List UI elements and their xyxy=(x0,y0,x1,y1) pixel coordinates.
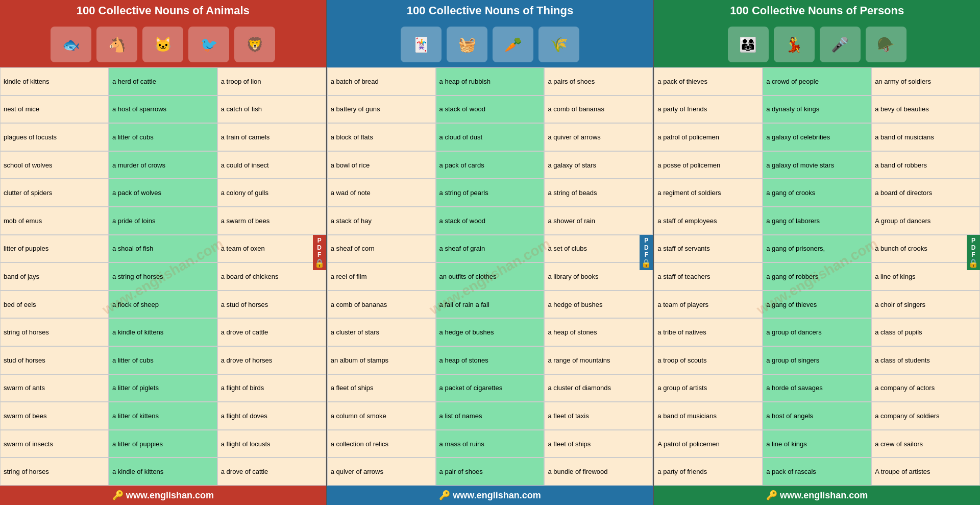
table-cell: a packet of cigarettes xyxy=(436,374,545,402)
table-cell: a flock of sheep xyxy=(109,291,217,319)
table-cell: a patrol of policemen xyxy=(654,123,763,151)
table-cell: a troop of scouts xyxy=(654,346,763,374)
table-cell: a crew of sailors xyxy=(871,430,980,458)
table-cell: clutter of spiders xyxy=(0,179,109,207)
table-cell: a staff of employees xyxy=(654,207,763,235)
table-cell: a board of chickens xyxy=(217,262,326,291)
pdf-badge[interactable]: PDF🔒 xyxy=(313,235,326,270)
table-cell: a colony of gulls xyxy=(217,179,326,207)
panel-things: 100 Collective Nouns of Things🃏🧺🥕🌾www.en… xyxy=(327,0,653,505)
table-cell: a wad of note xyxy=(327,179,436,207)
decorative-image: 🧺 xyxy=(447,27,487,62)
table-cell: a drove of cattle xyxy=(217,318,326,346)
table-cell: a galaxy of celebrities xyxy=(763,123,871,151)
table-cell: a horde of savages xyxy=(763,374,871,402)
table-cell: nest of mice xyxy=(0,95,109,124)
table-cell: a drove of horses xyxy=(217,346,326,374)
table-cell: a list of names xyxy=(436,402,545,430)
table-cell: a party of friends xyxy=(654,95,763,124)
table-cell: a flight of locusts xyxy=(217,430,326,458)
table-cell: a cluster of diamonds xyxy=(544,374,653,402)
table-cell: a team of oxen xyxy=(217,235,326,263)
table-cell: a train of camels xyxy=(217,123,326,151)
table-cell: a batch of bread xyxy=(327,67,436,95)
table-cell: a pride of loins xyxy=(109,207,217,235)
table-cell: a bowl of rice xyxy=(327,151,436,179)
table-cell: a string of beads xyxy=(544,179,653,207)
table-cell: a party of friends xyxy=(654,458,763,486)
table-cell: a library of books xyxy=(544,262,653,291)
table-cell: swarm of bees xyxy=(0,402,109,430)
table-cell: kindle of kittens xyxy=(0,67,109,95)
table-cell: swarm of ants xyxy=(0,374,109,402)
pdf-badge[interactable]: PDF🔒 xyxy=(640,235,653,270)
decorative-image: 🐱 xyxy=(142,27,183,62)
pdf-badge[interactable]: PDF🔒 xyxy=(967,235,980,270)
table-cell: a company of soldiers xyxy=(871,402,980,430)
decorative-image: 🦁 xyxy=(234,27,275,62)
table-cell: a tribe of natives xyxy=(654,318,763,346)
table-cell: A group of dancers xyxy=(871,207,980,235)
table-cell: a gang of crooks xyxy=(763,179,871,207)
table-cell: a galaxy of stars xyxy=(544,151,653,179)
things-col-2: a pairs of shoesa comb of bananasa quive… xyxy=(544,67,653,486)
animals-table: www.englishan.comkindle of kittensnest o… xyxy=(0,67,326,486)
table-cell: a litter of cubs xyxy=(109,123,217,151)
things-header: 100 Collective Nouns of Things xyxy=(327,0,653,21)
table-cell: a litter of kittens xyxy=(109,402,217,430)
table-cell: a block of flats xyxy=(327,123,436,151)
panel-animals: 100 Collective Nouns of Animals🐟🐴🐱🐦🦁www.… xyxy=(0,0,326,505)
table-cell: a shoal of fish xyxy=(109,235,217,263)
table-cell: a host of sparrows xyxy=(109,95,217,124)
table-cell: a pack of cards xyxy=(436,151,545,179)
decorative-image: 🎤 xyxy=(820,27,861,62)
table-cell: a regiment of soldiers xyxy=(654,179,763,207)
table-cell: a staff of teachers xyxy=(654,262,763,291)
table-cell: a range of mountains xyxy=(544,346,653,374)
table-cell: a heap of stones xyxy=(436,346,545,374)
animals-col-2: a troop of liona catch of fisha train of… xyxy=(217,67,326,486)
animals-footer: 🔑 www.englishan.com xyxy=(0,486,326,505)
table-cell: a staff of servants xyxy=(654,235,763,263)
table-cell: a bundle of firewood xyxy=(544,458,653,486)
table-cell: a pack of rascals xyxy=(763,458,871,486)
table-cell: a fall of rain a fall xyxy=(436,291,545,319)
table-cell: a heap of stones xyxy=(544,318,653,346)
table-cell: bed of eels xyxy=(0,291,109,319)
table-cell: a gang of laborers xyxy=(763,207,871,235)
table-cell: a quiver of arrows xyxy=(327,458,436,486)
things-col-0: a batch of breada battery of gunsa block… xyxy=(327,67,436,486)
decorative-image: 🐴 xyxy=(96,27,137,62)
table-cell: a hedge of bushes xyxy=(544,291,653,319)
table-cell: a litter of cubs xyxy=(109,346,217,374)
things-table: www.englishan.coma batch of breada batte… xyxy=(327,67,653,486)
table-cell: string of horses xyxy=(0,458,109,486)
table-cell: a team of players xyxy=(654,291,763,319)
table-cell: a collection of relics xyxy=(327,430,436,458)
table-cell: a fleet of ships xyxy=(327,374,436,402)
table-cell: a stack of hay xyxy=(327,207,436,235)
persons-col-0: a pack of thievesa party of friendsa pat… xyxy=(654,67,763,486)
table-cell: a fleet of taxis xyxy=(544,402,653,430)
table-cell: litter of puppies xyxy=(0,235,109,263)
decorative-image: 🐦 xyxy=(188,27,229,62)
table-cell: a board of directors xyxy=(871,179,980,207)
table-cell: a class of students xyxy=(871,346,980,374)
table-cell: a company of actors xyxy=(871,374,980,402)
persons-footer: 🔑 www.englishan.com xyxy=(654,486,980,505)
table-cell: a comb of bananas xyxy=(327,291,436,319)
table-cell: a stack of wood xyxy=(436,95,545,124)
table-cell: a pack of wolves xyxy=(109,179,217,207)
table-cell: a mass of ruins xyxy=(436,430,545,458)
table-cell: a kindle of kittens xyxy=(109,458,217,486)
table-cell: an army of soldiers xyxy=(871,67,980,95)
table-cell: a cluster of stars xyxy=(327,318,436,346)
table-cell: a litter of piglets xyxy=(109,374,217,402)
table-cell: a gang of robbers xyxy=(763,262,871,291)
table-cell: a troop of lion xyxy=(217,67,326,95)
decorative-image: 💃 xyxy=(774,27,815,62)
table-cell: a string of horses xyxy=(109,262,217,291)
table-cell: an album of stamps xyxy=(327,346,436,374)
table-cell: swarm of insects xyxy=(0,430,109,458)
table-cell: a litter of puppies xyxy=(109,430,217,458)
